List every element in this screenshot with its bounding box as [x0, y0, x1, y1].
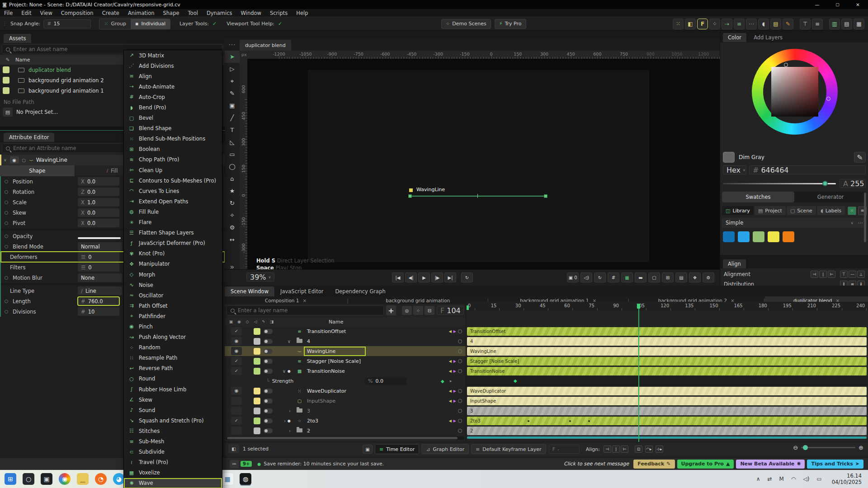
- align-tab[interactable]: Align: [723, 259, 746, 268]
- menu-item-bevel[interactable]: ▢Bevel: [124, 113, 222, 123]
- prev-key-icon[interactable]: ◀: [449, 369, 452, 373]
- zoom-out-icon[interactable]: ⊖: [793, 444, 798, 451]
- menu-item-stitches[interactable]: ☷Stitches: [124, 426, 222, 436]
- layer-toggle[interactable]: [264, 428, 273, 433]
- tool-icon-3[interactable]: ✎: [225, 87, 240, 99]
- tool-icon-7[interactable]: ◺: [225, 136, 240, 148]
- layer-color-swatch[interactable]: [254, 418, 260, 424]
- layer-toggle[interactable]: [264, 389, 273, 394]
- tray-media-icon[interactable]: M: [779, 476, 784, 482]
- tool-icon-12[interactable]: ↻: [225, 197, 240, 209]
- layer-toggle[interactable]: [264, 399, 273, 404]
- attribute-editor-tab[interactable]: Attribute Editor: [4, 133, 54, 142]
- align-top-icon[interactable]: ⊤: [800, 19, 811, 29]
- menu-item-noise[interactable]: ∿Noise: [124, 280, 222, 290]
- tool-icon-10[interactable]: ⌂: [225, 173, 240, 185]
- feedback-button[interactable]: Feedback✎: [633, 460, 675, 469]
- tool-icon-1[interactable]: ▷: [225, 63, 240, 75]
- parent-circle-icon[interactable]: [458, 409, 462, 413]
- settings-icon[interactable]: ⚙: [703, 272, 714, 282]
- messages-icon[interactable]: ≔: [230, 460, 239, 468]
- prev-key-icon[interactable]: ◀: [449, 389, 452, 393]
- expand-chevron-icon[interactable]: ›: [284, 418, 286, 423]
- moon-icon[interactable]: ◖: [758, 19, 769, 29]
- scatter-filter-icon[interactable]: ⁘: [413, 306, 423, 315]
- menu-file[interactable]: File: [4, 10, 13, 16]
- tray-settings-icon[interactable]: ⇄: [768, 476, 772, 482]
- menu-item-boolean[interactable]: ⊞Boolean: [124, 144, 222, 155]
- volume-icon[interactable]: ◁): [803, 476, 809, 482]
- layer-row-transitionnoise[interactable]: ✓∨●▩TransitionNoise◀▶: [225, 366, 466, 376]
- viewport-help-check-icon[interactable]: ✓: [278, 21, 282, 27]
- timeline-lane-stagger-noise-scale-[interactable]: Stagger [Noise Scale]: [466, 356, 868, 366]
- timeline-lane-4[interactable]: 4: [466, 336, 868, 346]
- grid-view-icon[interactable]: ⁙: [848, 206, 856, 215]
- visibility-cell[interactable]: ◉: [231, 337, 242, 345]
- next-key-arrow-icon[interactable]: ▸: [450, 379, 452, 383]
- visibility-cell[interactable]: ◉: [231, 347, 242, 355]
- swatch-chip-4[interactable]: [783, 231, 794, 242]
- timeline-bar[interactable]: 3: [467, 407, 867, 415]
- menu-item-morph[interactable]: ◇Morph: [124, 269, 222, 280]
- timeline-bar[interactable]: TransitionNoise: [467, 367, 867, 375]
- menu-item-flatten-shape-layers[interactable]: ☰Flatten Shape Layers: [124, 228, 222, 238]
- next-key-icon[interactable]: ▶: [453, 369, 456, 373]
- layer-toggle[interactable]: [264, 359, 273, 364]
- tips-and-tricks-button[interactable]: Tips and Tricks➤: [807, 460, 863, 469]
- attribute-field[interactable]: X0.0: [78, 177, 119, 186]
- tab-generator[interactable]: Generator: [794, 194, 867, 200]
- next-key-icon[interactable]: ▶: [453, 399, 456, 403]
- tool-icon-15[interactable]: ↔: [225, 234, 240, 246]
- library-tab-project[interactable]: ▤Project: [755, 206, 786, 215]
- tool-icon-6[interactable]: T: [225, 124, 240, 136]
- eyedropper-icon[interactable]: ✎: [0, 57, 15, 63]
- tab-scene-window[interactable]: Scene Window: [225, 286, 274, 296]
- keyframe-dot-icon[interactable]: [5, 300, 8, 303]
- menu-item-round[interactable]: ○Round: [124, 374, 222, 384]
- filter-button[interactable]: ▣: [363, 445, 373, 454]
- alpha-slider[interactable]: [723, 183, 836, 184]
- chrome-icon[interactable]: ◉: [59, 473, 71, 485]
- viewport-canvas[interactable]: WavingLine Hold S Direct Layer Selection…: [247, 59, 720, 269]
- maximize-button[interactable]: ▢: [827, 0, 848, 9]
- loop-button[interactable]: ↻: [461, 272, 473, 282]
- time-editor-tab[interactable]: ≡ Time Editor: [375, 444, 419, 454]
- library-tab-labels[interactable]: ◖Labels: [817, 206, 845, 215]
- frame-icon[interactable]: F: [697, 19, 708, 29]
- project-set-icon[interactable]: ▤: [3, 108, 13, 117]
- menu-item-travel-pro-[interactable]: ≀Travel (Pro): [124, 457, 222, 468]
- grid-dots-icon[interactable]: ⁙: [673, 19, 684, 29]
- menu-item-auto-crop[interactable]: #Auto-Crop: [124, 92, 222, 102]
- wifi-icon[interactable]: ◠: [791, 476, 796, 482]
- menu-item-blend-sub-mesh-positions[interactable]: ⁙Blend Sub-Mesh Positions: [124, 134, 222, 144]
- rows-icon[interactable]: ▤: [841, 19, 852, 29]
- layer-row-stagger-noise-scale-[interactable]: ✓≡Stagger [Noise Scale]◀▶: [225, 356, 466, 366]
- search-icon[interactable]: ○: [23, 473, 34, 485]
- layer-toggle[interactable]: [264, 408, 273, 413]
- cube-icon[interactable]: ◧: [685, 19, 696, 29]
- menu-animation[interactable]: Animation: [128, 10, 155, 16]
- menu-item-oscillator[interactable]: ≈Oscillator: [124, 290, 222, 300]
- layer-color-swatch[interactable]: [254, 368, 260, 375]
- clock-date[interactable]: 04/10/2025: [832, 479, 862, 485]
- line-endpoint-right[interactable]: [544, 194, 547, 198]
- snap-option-icon[interactable]: ⊹▸: [656, 446, 663, 453]
- menu-item-fill-rule[interactable]: ◍Fill Rule: [124, 206, 222, 217]
- alignment-icon[interactable]: ⊣: [811, 271, 818, 278]
- composition-tab-Composition-1[interactable]: Composition 1×: [225, 296, 347, 304]
- step-forward-button[interactable]: |▶: [431, 272, 443, 282]
- visibility-cell[interactable]: ✓: [231, 357, 242, 365]
- visibility-cell[interactable]: ✓: [231, 367, 242, 375]
- alpha-field[interactable]: A 255: [840, 179, 866, 188]
- tab-color[interactable]: Color: [723, 33, 746, 42]
- assets-tab[interactable]: Assets: [4, 34, 31, 43]
- menu-edit[interactable]: Edit: [21, 10, 31, 16]
- hex-value-field[interactable]: # 646464: [749, 165, 866, 174]
- menu-item-contours-to-sub-meshes-pro-[interactable]: ⊑Contours to Sub-Meshes (Pro): [124, 175, 222, 186]
- grid-snap-icon[interactable]: #: [608, 272, 619, 282]
- pen-icon[interactable]: ✎: [783, 19, 793, 29]
- menu-item-clean-up[interactable]: ✄Clean Up: [124, 165, 222, 175]
- timeline-lane-transitionoffset[interactable]: TransitionOffset: [466, 326, 868, 336]
- timeline-lane-waveduplicator[interactable]: WaveDuplicator: [466, 386, 868, 396]
- line-midpoint-handle[interactable]: [477, 194, 478, 198]
